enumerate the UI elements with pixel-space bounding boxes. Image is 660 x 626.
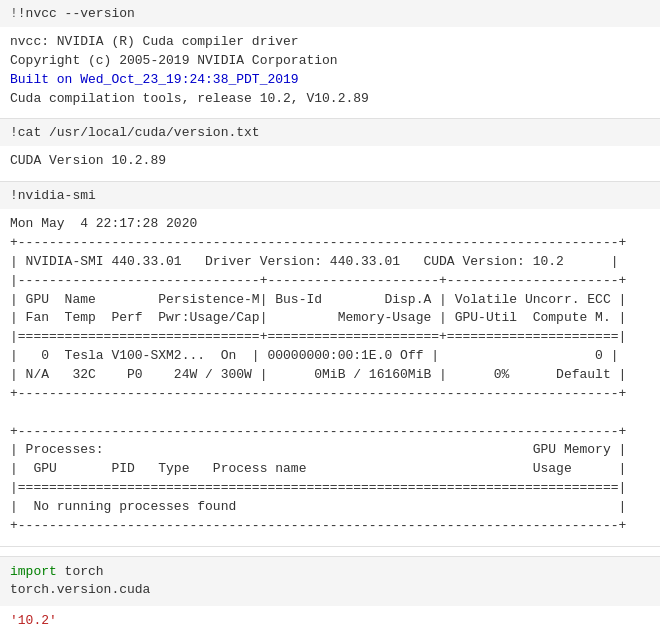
output-cat-text: CUDA Version 10.2.89 xyxy=(10,152,650,171)
command-cat[interactable]: !cat /usr/local/cuda/version.txt xyxy=(0,119,660,146)
cell-nvidia-smi: !nvidia-smi Mon May 4 22:17:28 2020 +---… xyxy=(0,182,660,546)
command-torch[interactable]: import torch torch.version.cuda xyxy=(0,557,660,607)
output-nvidia-smi-text: Mon May 4 22:17:28 2020 +---------------… xyxy=(10,215,650,535)
command-text-nvidia: !nvidia-smi xyxy=(10,188,96,203)
output-torch-text: '10.2' xyxy=(10,612,650,626)
command-nvcc[interactable]: !!nvcc --version xyxy=(0,0,660,27)
section-gap xyxy=(0,547,660,557)
command-prompt: ! xyxy=(10,6,18,21)
output-nvcc: nvcc: NVIDIA (R) Cuda compiler driver Co… xyxy=(0,27,660,118)
command-torch-text: import torch torch.version.cuda xyxy=(10,563,650,601)
output-cat: CUDA Version 10.2.89 xyxy=(0,146,660,181)
output-torch: '10.2' xyxy=(0,606,660,626)
cell-cat: !cat /usr/local/cuda/version.txt CUDA Ve… xyxy=(0,119,660,182)
output-nvcc-text: nvcc: NVIDIA (R) Cuda compiler driver Co… xyxy=(10,33,650,108)
output-nvidia-smi: Mon May 4 22:17:28 2020 +---------------… xyxy=(0,209,660,545)
command-nvidia-smi[interactable]: !nvidia-smi xyxy=(0,182,660,209)
cell-nvcc: !!nvcc --version nvcc: NVIDIA (R) Cuda c… xyxy=(0,0,660,119)
command-text: !nvcc --version xyxy=(18,6,135,21)
cell-torch: import torch torch.version.cuda '10.2' xyxy=(0,557,660,626)
command-text-cat: !cat /usr/local/cuda/version.txt xyxy=(10,125,260,140)
